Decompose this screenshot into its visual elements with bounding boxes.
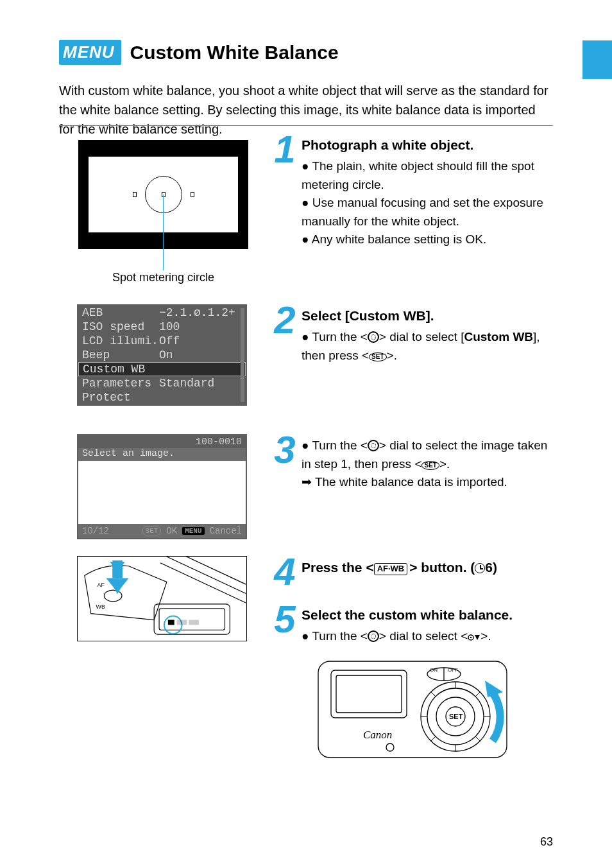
menu-row-selected: Custom WB bbox=[78, 362, 246, 376]
cancel-label: Cancel bbox=[210, 526, 242, 536]
camera-top-figure: AF WB bbox=[77, 556, 247, 641]
menu-label: AEB bbox=[82, 306, 159, 319]
step-title: Photograph a white object. bbox=[302, 136, 553, 153]
step-3: 3 ● Turn the <> dial to select the image… bbox=[269, 437, 553, 492]
menu-value: Off bbox=[159, 334, 242, 347]
menu-badge: MENU bbox=[59, 40, 121, 65]
svg-point-4 bbox=[104, 590, 122, 602]
af-point-left bbox=[133, 192, 137, 197]
step-5: 5 Select the custom white balance. ● Tur… bbox=[269, 606, 553, 646]
menu-label: Beep bbox=[82, 349, 159, 361]
svg-marker-39 bbox=[485, 681, 503, 697]
intro-text: With custom white balance, you shoot a w… bbox=[59, 81, 553, 139]
svg-text:SET: SET bbox=[449, 713, 463, 720]
svg-line-36 bbox=[431, 736, 436, 741]
divider bbox=[59, 125, 553, 126]
leader-line bbox=[163, 195, 164, 270]
af-point-right bbox=[191, 192, 194, 197]
step-text: ● Turn the <> dial to select [Custom WB]… bbox=[302, 328, 553, 365]
svg-line-3 bbox=[160, 563, 246, 607]
menu-label: Parameters bbox=[82, 377, 159, 390]
step-number: 5 bbox=[269, 597, 300, 641]
step-bullet: ● Use manual focusing and set the exposu… bbox=[302, 194, 553, 230]
svg-rect-19 bbox=[331, 670, 407, 718]
step-text: ● Turn the <> dial to select <>. bbox=[302, 627, 553, 646]
step-4: 4 Press the <AF·WB> button. (6) bbox=[269, 559, 553, 580]
svg-point-17 bbox=[470, 637, 472, 639]
page-number: 63 bbox=[540, 835, 553, 849]
step-bullet: ● The plain, white object should fill th… bbox=[302, 157, 553, 194]
svg-rect-8 bbox=[159, 609, 225, 630]
step-title: Select the custom white balance. bbox=[302, 606, 553, 623]
lcd-menu-figure: AEB−2.1.ø.1.2+ ISO speed100 LCD illumi.O… bbox=[77, 304, 247, 406]
brand-label: Canon bbox=[363, 729, 392, 741]
svg-text:ON: ON bbox=[430, 667, 438, 673]
svg-rect-20 bbox=[336, 675, 402, 713]
step-text: ● Turn the <> dial to select the image t… bbox=[302, 437, 553, 492]
menu-value: Standard bbox=[159, 377, 242, 390]
step-title: Select [Custom WB]. bbox=[302, 307, 553, 324]
step-title: Press the <AF·WB> button. (6) bbox=[302, 559, 553, 576]
set-chip: SET bbox=[142, 526, 162, 535]
page-title: Custom White Balance bbox=[130, 42, 339, 64]
camera-back-figure: Canon ON OFF SET bbox=[316, 657, 509, 763]
set-icon: SET bbox=[421, 461, 439, 470]
menu-label: LCD illumi. bbox=[82, 334, 159, 347]
menu-value: On bbox=[159, 349, 242, 361]
step-number: 1 bbox=[269, 127, 300, 171]
scroll-indicator bbox=[241, 308, 244, 402]
viewfinder-caption: Spot metering circle bbox=[78, 271, 248, 284]
step-1: 1 Photograph a white object. ● The plain… bbox=[269, 136, 553, 249]
svg-text:WB: WB bbox=[96, 603, 105, 610]
menu-value: 100 bbox=[159, 320, 242, 333]
menu-row: LCD illumi.Off bbox=[78, 334, 246, 348]
image-counter: 10/12 bbox=[82, 526, 109, 536]
title-row: MENU Custom White Balance bbox=[59, 40, 553, 65]
menu-value: −2.1.ø.1.2+ bbox=[159, 306, 242, 319]
menu-label: Custom WB bbox=[83, 363, 160, 376]
quick-dial-icon bbox=[368, 630, 379, 642]
timer-icon bbox=[475, 563, 485, 573]
svg-rect-11 bbox=[177, 620, 187, 625]
menu-label: Protect bbox=[82, 391, 159, 404]
menu-row: ISO speed100 bbox=[78, 320, 246, 334]
menu-row: Protect bbox=[78, 390, 246, 404]
svg-rect-14 bbox=[112, 560, 123, 578]
svg-line-34 bbox=[475, 736, 480, 741]
svg-line-32 bbox=[475, 692, 480, 697]
quick-dial-icon bbox=[368, 331, 379, 343]
af-wb-icon: AF·WB bbox=[374, 563, 408, 575]
svg-rect-10 bbox=[168, 620, 174, 625]
select-prompt: Select an image. bbox=[82, 448, 174, 459]
lcd-select-figure: 100-0010 Select an image. 10/12 SET OK M… bbox=[77, 434, 247, 539]
menu-row: ParametersStandard bbox=[78, 376, 246, 390]
step-number: 2 bbox=[269, 298, 300, 342]
step-2: 2 Select [Custom WB]. ● Turn the <> dial… bbox=[269, 307, 553, 365]
step-number: 4 bbox=[269, 550, 300, 594]
ok-label: OK bbox=[166, 526, 177, 536]
image-preview-area bbox=[78, 461, 246, 524]
quick-dial-icon bbox=[368, 440, 379, 451]
menu-row: AEB−2.1.ø.1.2+ bbox=[78, 306, 246, 320]
set-icon: SET bbox=[369, 352, 386, 361]
svg-rect-12 bbox=[189, 620, 199, 625]
svg-line-38 bbox=[431, 692, 436, 697]
svg-point-9 bbox=[164, 616, 182, 634]
step-number: 3 bbox=[269, 428, 300, 472]
svg-marker-15 bbox=[106, 578, 128, 592]
image-number: 100-0010 bbox=[196, 437, 242, 447]
menu-label: ISO speed bbox=[82, 320, 159, 333]
svg-text:OFF: OFF bbox=[448, 667, 458, 673]
menu-row: BeepOn bbox=[78, 348, 246, 362]
page-tab bbox=[582, 40, 612, 79]
menu-chip: MENU bbox=[182, 527, 204, 535]
step-bullet: ● Any white balance setting is OK. bbox=[302, 230, 553, 249]
svg-point-21 bbox=[386, 743, 394, 751]
svg-text:AF: AF bbox=[98, 582, 105, 588]
custom-wb-icon bbox=[468, 629, 480, 638]
